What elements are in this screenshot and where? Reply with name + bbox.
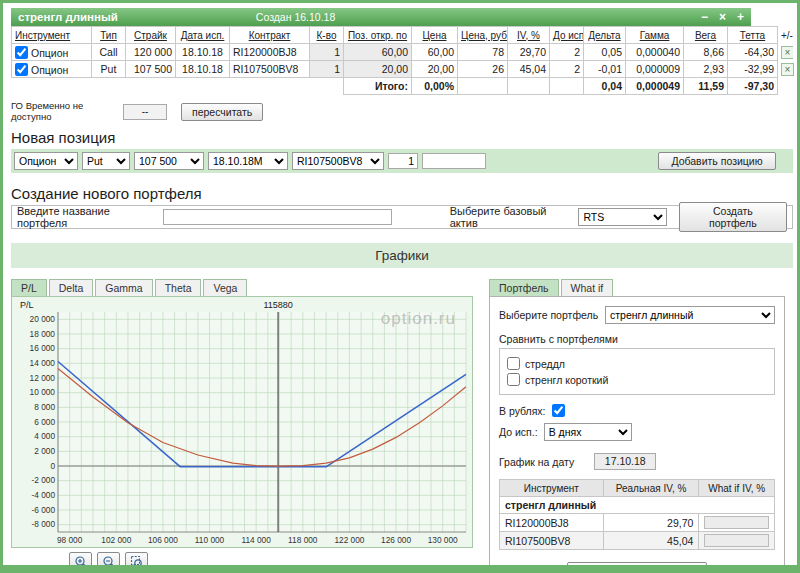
svg-text:6 000: 6 000 (34, 417, 55, 427)
margin-row: ГО Временно не доступно -- пересчитать (11, 98, 789, 126)
price-rub-cell: 26 (492, 63, 504, 75)
qty-input[interactable] (388, 153, 418, 169)
svg-text:106 000: 106 000 (148, 535, 178, 545)
instrument-type-select[interactable]: Опцион (14, 152, 78, 170)
gamma-cell: 0,000040 (636, 46, 680, 58)
portfolio-name-input[interactable] (163, 209, 392, 225)
tab-pl[interactable]: P/L (11, 279, 47, 296)
remove-row-icon[interactable]: × (781, 46, 794, 59)
tab-gamma[interactable]: Gamma (95, 279, 152, 296)
row-enabled-checkbox[interactable] (15, 46, 28, 59)
portfolio-titlebar: стренгл длинный Создан 16.10.18 − × + (11, 8, 751, 26)
col-header-iv[interactable]: IV, % (517, 30, 540, 41)
add-position-button[interactable]: Добавить позицию (658, 152, 776, 170)
select-portfolio-label: Выберите портфель (499, 309, 598, 321)
contract-cell: RI107500BV8 (233, 63, 298, 75)
col-header-contract[interactable]: Контракт (249, 30, 291, 41)
row-enabled-checkbox[interactable] (15, 63, 28, 76)
portfolio-title: стренгл длинный (18, 11, 118, 23)
rubles-checkbox[interactable] (552, 404, 565, 417)
tab-vega[interactable]: Vega (203, 279, 247, 296)
delta-cell: 0,05 (602, 46, 622, 58)
totals-gamma: 0,000049 (636, 80, 680, 92)
col-header-exp-date[interactable]: Дата исп. (181, 30, 225, 41)
contract-select[interactable]: RI107500BV8 (292, 152, 384, 170)
col-header-gamma[interactable]: Гамма (640, 30, 670, 41)
col-header-delta[interactable]: Дельта (588, 30, 620, 41)
qty-cell[interactable]: 1 (334, 63, 340, 75)
days-cell: 2 (574, 46, 580, 58)
svg-text:126 000: 126 000 (381, 535, 411, 545)
col-header-type[interactable]: Тип (100, 30, 117, 41)
svg-text:16 000: 16 000 (30, 343, 56, 353)
zoom-out-button[interactable] (97, 552, 120, 571)
open-pos-cell[interactable]: 20,00 (382, 63, 408, 75)
zoom-in-button[interactable] (69, 552, 92, 571)
chart-column: P/L Delta Gamma Theta Vega -8 000-6 000-… (11, 279, 473, 573)
close-icon[interactable]: × (719, 8, 726, 26)
portfolio-panel-body: Выберите портфель стренгл длинный Сравни… (489, 296, 785, 573)
exp-date-select[interactable]: 18.10.18M (208, 152, 288, 170)
qty-cell[interactable]: 1 (334, 46, 340, 58)
tab-delta[interactable]: Delta (49, 279, 94, 296)
minimize-icon[interactable]: − (701, 8, 708, 26)
pl-chart-svg: -8 000-6 000-4 000-2 00002 0004 0006 000… (12, 297, 472, 547)
col-header-strike[interactable]: Страйк (134, 30, 167, 41)
days-select[interactable]: В днях (544, 423, 632, 441)
col-header-price-rub[interactable]: Цена, руб. (461, 30, 508, 41)
tab-theta[interactable]: Theta (155, 279, 202, 296)
svg-text:8 000: 8 000 (34, 402, 55, 412)
delta-cell: -0,01 (598, 63, 622, 75)
price-input[interactable] (422, 153, 486, 169)
whatif-iv-input[interactable] (704, 516, 769, 529)
base-asset-select[interactable]: RTS (578, 208, 666, 226)
col-header-theta[interactable]: Тетта (740, 30, 765, 41)
zoom-out-icon (102, 555, 116, 569)
straddle-checkbox[interactable] (507, 357, 520, 370)
days-row: До исп.: В днях (499, 423, 775, 441)
iv-group-name: стренгл длинный (505, 499, 596, 511)
app-page: стренгл длинный Создан 16.10.18 − × + Ин… (0, 0, 800, 573)
whatif-iv-input[interactable] (704, 534, 769, 547)
charts-area: P/L Delta Gamma Theta Vega -8 000-6 000-… (11, 279, 789, 573)
build-chart-button[interactable]: Построить график (567, 562, 707, 573)
col-header-open-pos[interactable]: Поз. откр. по (348, 30, 407, 41)
strike-select[interactable]: 107 500 (134, 152, 204, 170)
svg-text:18 000: 18 000 (30, 329, 56, 339)
type-cell: Put (101, 63, 117, 75)
new-portfolio-heading: Создание нового портфеля (11, 185, 789, 202)
theta-cell: -32,99 (744, 63, 774, 75)
tab-whatif[interactable]: What if (561, 279, 614, 296)
col-header-plusminus: +/- (781, 30, 793, 41)
col-header-qty[interactable]: К-во (317, 30, 337, 41)
totals-theta: -97,30 (744, 80, 774, 92)
position-row-put: Опцион Put 107 500 18.10.18 RI107500BV8 … (12, 61, 794, 78)
col-header-price[interactable]: Цена (422, 30, 446, 41)
short-strangle-checkbox[interactable] (507, 373, 520, 386)
create-portfolio-button[interactable]: Создать портфель (679, 202, 787, 232)
col-header-days[interactable]: До исп. (553, 30, 584, 41)
add-icon[interactable]: + (737, 8, 744, 26)
straddle-label: стреддл (525, 358, 565, 370)
open-pos-cell[interactable]: 60,00 (382, 46, 408, 58)
option-side-select[interactable]: Put (82, 152, 130, 170)
iv-contract: RI107500BV8 (505, 535, 570, 547)
price-rub-cell: 78 (492, 46, 504, 58)
new-position-bar: Опцион Put 107 500 18.10.18M RI107500BV8… (11, 149, 793, 173)
svg-text:110 000: 110 000 (195, 535, 225, 545)
tab-portfolio[interactable]: Портфель (489, 279, 559, 296)
recalculate-button[interactable]: пересчитать (181, 103, 263, 121)
remove-row-icon[interactable]: × (781, 63, 794, 76)
zoom-reset-button[interactable] (125, 552, 148, 571)
svg-text:98 000: 98 000 (57, 535, 83, 545)
totals-vega: 11,59 (698, 80, 724, 92)
col-header-instrument[interactable]: Инструмент (15, 30, 70, 41)
chart-date-value[interactable]: 17.10.18 (594, 453, 656, 470)
svg-text:115880: 115880 (263, 300, 292, 310)
svg-text:14 000: 14 000 (30, 358, 56, 368)
vega-cell: 2,93 (704, 63, 724, 75)
new-portfolio-row: Введите название портфеля Выберите базов… (11, 205, 793, 229)
new-position-heading: Новая позиция (11, 129, 789, 146)
col-header-vega[interactable]: Вега (695, 30, 716, 41)
portfolio-select[interactable]: стренгл длинный (605, 306, 775, 324)
